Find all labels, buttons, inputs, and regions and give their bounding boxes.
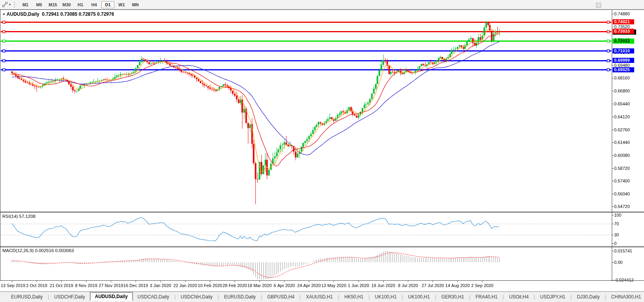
chart-ohlc-values: 0.72941 0.73085 0.72875 0.72976	[42, 11, 114, 17]
price-level-label: 0.69025	[613, 67, 634, 72]
timeframe-button-M5[interactable]: M5	[33, 1, 46, 8]
timeframe-button-M1[interactable]: M1	[19, 1, 32, 8]
timeframe-button-D1[interactable]: D1	[101, 1, 114, 8]
draw-tool-icon[interactable]	[1, 1, 9, 8]
tab-separator: |	[534, 294, 535, 300]
rsi-indicator-label: RSI(14) 57.1208	[2, 214, 35, 219]
chart-tab-FRA40-H1[interactable]: FRA40,H1	[471, 293, 502, 301]
tab-separator: |	[402, 294, 403, 300]
collapse-triangle-icon[interactable]: ▼	[2, 13, 6, 16]
tab-separator: |	[299, 294, 301, 300]
chart-tab-CHINA300-H1[interactable]: CHINA300,H1	[606, 293, 644, 301]
chart-tab-UK100-H1[interactable]: UK100,H1	[370, 293, 401, 301]
timeframe-button-M15[interactable]: M15	[46, 1, 59, 8]
timeframe-button-M30[interactable]: M30	[60, 1, 73, 8]
chart-tab-USDCNH-Daily[interactable]: USDCNH,Daily	[176, 293, 217, 301]
tab-separator: |	[338, 294, 339, 300]
tab-separator: |	[503, 294, 504, 300]
chevron-down-icon[interactable]: ▾	[9, 3, 13, 6]
timeframe-button-H1[interactable]: H1	[74, 1, 87, 8]
price-level-label: 0.72022	[613, 39, 634, 44]
chart-tab-bar: EURUSD,Daily|USDCHF,DailyAUDUSD,DailyUSD…	[0, 291, 644, 302]
timeframe-buttons: M1M5M15M30H1H4D1W1MN	[18, 1, 142, 8]
timeframe-button-W1[interactable]: W1	[115, 1, 128, 8]
timeframe-button-H4[interactable]: H4	[88, 1, 101, 8]
price-level-label: 0.71010	[613, 48, 634, 53]
price-level-label: 0.69999	[613, 58, 634, 63]
price-level-label: 0.73033	[613, 29, 634, 34]
toolbar-grip	[14, 2, 15, 8]
tab-separator: |	[435, 294, 436, 300]
tab-separator: |	[605, 294, 606, 300]
macd-indicator-label: MACD(12,26,9) 0.002516 0.003063	[2, 248, 74, 253]
toolbar: ▾ M1M5M15M30H1H4D1W1MN	[0, 0, 644, 9]
chart-tab-DJ30-Daily[interactable]: DJ30,Daily	[572, 293, 604, 301]
chart-tab-USDCAD-Daily[interactable]: USDCAD,Daily	[133, 293, 174, 301]
toolbar-overflow-button[interactable]	[596, 3, 601, 8]
chart-tab-EURUSD-Daily[interactable]: EURUSD,Daily	[219, 293, 261, 301]
chart-tab-GER30-H1[interactable]: GER30,H1	[437, 293, 469, 301]
chart-tab-UK100-H1[interactable]: UK100,H1	[404, 293, 435, 301]
chart-tabs: EURUSD,Daily|USDCHF,DailyAUDUSD,DailyUSD…	[6, 293, 644, 301]
tab-separator: |	[48, 294, 49, 300]
tab-separator: |	[261, 294, 262, 300]
tab-separator: |	[174, 294, 176, 300]
chart-tab-USDCHF-Daily[interactable]: USDCHF,Daily	[50, 293, 90, 301]
chart-canvas[interactable]	[0, 0, 644, 302]
chart-tab-AUDUSD-Daily[interactable]: AUDUSD,Daily	[90, 292, 133, 301]
chart-tab-USOil-H4[interactable]: USOil,H4	[504, 293, 533, 301]
tab-separator: |	[369, 294, 370, 300]
chart-tab-EURUSD-Daily[interactable]: EURUSD,Daily	[6, 293, 48, 301]
tab-separator: |	[218, 294, 219, 300]
chart-symbol: AUDUSD,Daily	[7, 11, 39, 17]
chart-tab-HK50-H1[interactable]: HK50,H1	[339, 293, 368, 301]
tab-separator: |	[571, 294, 572, 300]
chart-tab-USDJPY-H1[interactable]: USDJPY,H1	[536, 293, 570, 301]
price-level-label: 0.74021	[613, 19, 634, 24]
mt4-window: ▾ M1M5M15M30H1H4D1W1MN ▼ AUDUSD,Daily 0.…	[0, 0, 644, 302]
tab-separator: |	[469, 294, 470, 300]
chart-tab-XAUUSD-H1[interactable]: XAUUSD,H1	[301, 293, 338, 301]
chart-tab-GBPUSD-H4[interactable]: GBPUSD,H4	[262, 293, 299, 301]
timeframe-button-MN[interactable]: MN	[129, 1, 142, 8]
chart-title: ▼ AUDUSD,Daily 0.72941 0.73085 0.72875 0…	[2, 11, 114, 17]
